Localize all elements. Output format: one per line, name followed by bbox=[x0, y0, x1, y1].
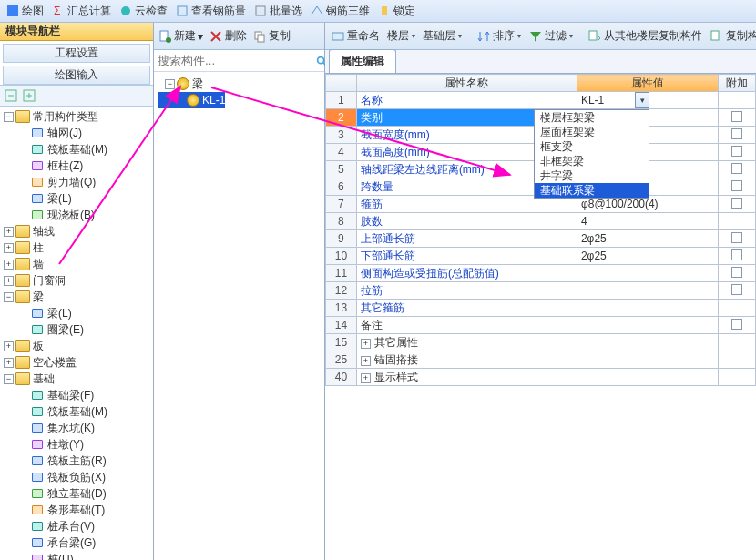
checkbox-icon[interactable] bbox=[731, 267, 742, 278]
toolbar-btn-5[interactable]: 钢筋三维 bbox=[310, 4, 370, 19]
btn-floor[interactable]: 楼层▾ bbox=[385, 28, 417, 44]
tree-group-jichu[interactable]: 基础 bbox=[0, 371, 153, 387]
tree-jichu-1[interactable]: 筏板基础(M) bbox=[0, 403, 153, 420]
expander-icon[interactable] bbox=[4, 227, 14, 237]
tree-common-1[interactable]: 筏板基础(M) bbox=[0, 141, 153, 158]
tree-common-5[interactable]: 现浇板(B) bbox=[0, 207, 153, 223]
dropdown-option[interactable]: 井字梁 bbox=[535, 168, 649, 183]
prop-value[interactable]: 2φ25 bbox=[577, 248, 718, 265]
prop-extra[interactable] bbox=[718, 230, 755, 248]
prop-extra[interactable] bbox=[718, 213, 755, 230]
tree-root[interactable]: 常用构件类型 bbox=[0, 108, 153, 125]
tree-jichu-4[interactable]: 筏板主筋(R) bbox=[0, 453, 153, 469]
tree-jichu-2[interactable]: 集水坑(K) bbox=[0, 420, 153, 436]
prop-value[interactable] bbox=[577, 369, 718, 386]
prop-value[interactable] bbox=[577, 351, 718, 369]
checkbox-icon[interactable] bbox=[731, 128, 742, 139]
tree-jichu-5[interactable]: 筏板负筋(X) bbox=[0, 469, 153, 485]
expander-icon[interactable] bbox=[4, 341, 14, 351]
tree-group-m0[interactable]: 板 bbox=[0, 338, 153, 354]
dropdown-option[interactable]: 非框架梁 bbox=[535, 154, 649, 168]
search-input[interactable] bbox=[154, 51, 315, 71]
expander-icon[interactable] bbox=[4, 260, 14, 270]
toolbar-btn-4[interactable]: 批量选 bbox=[253, 4, 302, 19]
comp-tree-item-kl1[interactable]: KL-1 bbox=[158, 92, 225, 108]
btn-copy-component[interactable]: 复制构件 bbox=[708, 28, 756, 44]
dropdown-option[interactable]: 屋面框架梁 bbox=[535, 125, 649, 139]
btn-rename[interactable]: 重命名 bbox=[329, 28, 382, 44]
dropdown-option[interactable]: 基础联系梁 bbox=[535, 183, 649, 198]
expander-icon[interactable] bbox=[4, 292, 14, 302]
btn-sort[interactable]: 排序▾ bbox=[475, 28, 523, 44]
checkbox-icon[interactable] bbox=[731, 232, 742, 243]
tab-property-edit[interactable]: 属性编辑 bbox=[329, 49, 396, 73]
checkbox-icon[interactable] bbox=[731, 180, 742, 191]
tree-common-4[interactable]: 梁(L) bbox=[0, 190, 153, 207]
dropdown-option[interactable]: 框支梁 bbox=[535, 139, 649, 154]
prop-extra[interactable] bbox=[718, 127, 755, 144]
btn-base-floor[interactable]: 基础层▾ bbox=[421, 28, 464, 44]
toolbar-btn-0[interactable]: 绘图 bbox=[5, 4, 44, 19]
section-draw-input[interactable]: 绘图输入 bbox=[3, 66, 150, 85]
prop-extra[interactable] bbox=[718, 248, 755, 265]
mini-expand-icon[interactable] bbox=[4, 88, 18, 103]
dropdown-arrow-icon[interactable]: ▾ bbox=[635, 92, 649, 108]
prop-value[interactable]: 4 bbox=[577, 213, 718, 230]
btn-copy[interactable]: 复制 bbox=[252, 28, 291, 44]
prop-row-10[interactable]: 10下部通长筋2φ25 bbox=[326, 248, 756, 265]
btn-delete[interactable]: 删除 bbox=[209, 28, 247, 44]
checkbox-icon[interactable] bbox=[731, 284, 742, 295]
tree-jichu-6[interactable]: 独立基础(D) bbox=[0, 485, 153, 502]
prop-row-11[interactable]: 11侧面构造或受扭筋(总配筋值) bbox=[326, 265, 756, 282]
prop-extra[interactable] bbox=[718, 317, 755, 334]
tree-common-0[interactable]: 轴网(J) bbox=[0, 125, 153, 141]
prop-extra[interactable] bbox=[718, 265, 755, 282]
tree-liang-1[interactable]: 圈梁(E) bbox=[0, 321, 153, 338]
checkbox-icon[interactable] bbox=[731, 319, 742, 330]
prop-row-8[interactable]: 8肢数4 bbox=[326, 213, 756, 230]
prop-extra[interactable] bbox=[718, 369, 755, 386]
prop-extra[interactable] bbox=[718, 92, 755, 109]
prop-value[interactable] bbox=[577, 334, 718, 351]
toolbar-btn-6[interactable]: 锁定 bbox=[377, 4, 415, 19]
btn-new[interactable]: 新建▾ bbox=[158, 28, 203, 44]
prop-extra[interactable] bbox=[718, 351, 755, 369]
prop-row-40[interactable]: 40+显示样式 bbox=[326, 369, 756, 386]
tree-common-3[interactable]: 剪力墙(Q) bbox=[0, 174, 153, 190]
toolbar-btn-3[interactable]: 查看钢筋量 bbox=[175, 4, 246, 19]
expander-icon[interactable] bbox=[4, 374, 14, 384]
prop-value[interactable]: 2φ25 bbox=[577, 230, 718, 248]
prop-row-25[interactable]: 25+锚固搭接 bbox=[326, 351, 756, 369]
tree-group-b2[interactable]: 墙 bbox=[0, 256, 153, 272]
toolbar-btn-2[interactable]: 云检查 bbox=[118, 4, 168, 19]
prop-value[interactable] bbox=[577, 282, 718, 300]
comp-tree-root[interactable]: 梁 bbox=[158, 76, 321, 92]
expander-icon[interactable] bbox=[4, 358, 14, 368]
prop-extra[interactable] bbox=[718, 282, 755, 300]
tree-jichu-7[interactable]: 条形基础(T) bbox=[0, 502, 153, 518]
checkbox-icon[interactable] bbox=[731, 146, 742, 157]
toolbar-btn-1[interactable]: Σ汇总计算 bbox=[51, 4, 111, 19]
expander-icon[interactable] bbox=[4, 243, 14, 253]
prop-value[interactable] bbox=[577, 265, 718, 282]
tree-jichu-8[interactable]: 桩承台(V) bbox=[0, 518, 153, 535]
prop-row-1[interactable]: 1名称KL-1 bbox=[326, 92, 756, 109]
mini-collapse-icon[interactable] bbox=[22, 88, 36, 103]
prop-row-12[interactable]: 12拉筋 bbox=[326, 282, 756, 300]
checkbox-icon[interactable] bbox=[731, 198, 742, 209]
dropdown-option[interactable]: 楼层框架梁 bbox=[535, 110, 649, 125]
tree-jichu-0[interactable]: 基础梁(F) bbox=[0, 387, 153, 403]
prop-row-14[interactable]: 14备注 bbox=[326, 317, 756, 334]
tree-jichu-9[interactable]: 承台梁(G) bbox=[0, 535, 153, 551]
section-project-settings[interactable]: 工程设置 bbox=[3, 44, 150, 63]
prop-extra[interactable] bbox=[718, 178, 755, 196]
prop-extra[interactable] bbox=[718, 334, 755, 351]
prop-extra[interactable] bbox=[718, 300, 755, 317]
expander-icon[interactable] bbox=[4, 276, 14, 286]
prop-row-9[interactable]: 9上部通长筋2φ25 bbox=[326, 230, 756, 248]
tree-group-b0[interactable]: 轴线 bbox=[0, 223, 153, 239]
expander-icon[interactable] bbox=[4, 112, 14, 122]
checkbox-icon[interactable] bbox=[731, 249, 742, 260]
prop-value[interactable] bbox=[577, 317, 718, 334]
btn-filter[interactable]: 过滤▾ bbox=[526, 28, 575, 44]
